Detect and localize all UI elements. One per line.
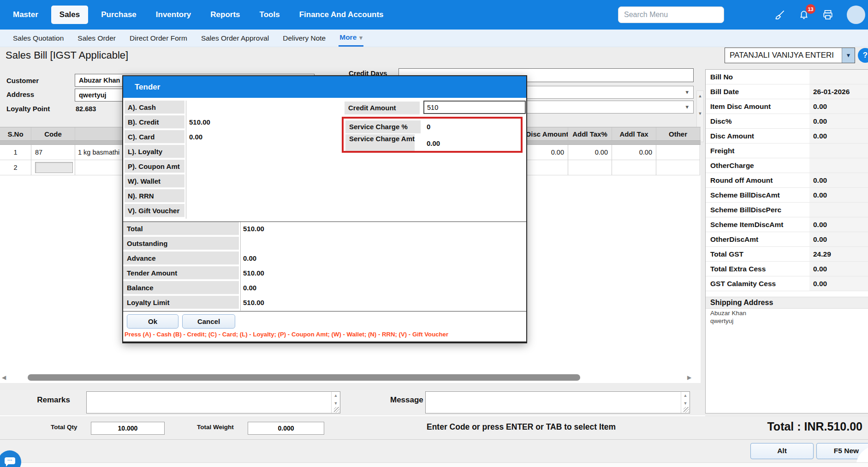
shipping-address-line: Abuzar Khan	[706, 309, 868, 317]
nav-item-tools[interactable]: Tools	[253, 6, 286, 24]
service-charge-pct-value[interactable]: 0	[427, 123, 430, 131]
cell-addl-tax[interactable]	[612, 160, 656, 175]
summary-value[interactable]	[809, 158, 868, 173]
remarks-textarea[interactable]: ▲ ▼	[86, 391, 340, 413]
col-header-disc-amount[interactable]: Disc Amount	[527, 127, 568, 140]
notifications-bell-icon[interactable]: 13	[797, 8, 811, 22]
message-textarea[interactable]: ▲ ▼	[425, 391, 690, 413]
summary-value[interactable]: 0.00	[809, 99, 868, 114]
scroll-down-icon[interactable]: ▼	[332, 401, 340, 406]
service-charge-highlight-box: Service Charge % 0 Service Charge Amt 0.…	[342, 117, 523, 153]
cell-other[interactable]	[656, 145, 700, 160]
subnav-direct-order-form[interactable]: Direct Order Form	[129, 30, 188, 46]
tender-shortcut-hint: Press (A) - Cash (B) - Credit; (C) - Car…	[125, 331, 448, 338]
tender-credit-label[interactable]: B). Credit	[125, 115, 184, 129]
help-icon[interactable]: ?	[858, 48, 868, 63]
scroll-up-icon[interactable]: ▲	[681, 393, 690, 398]
subnav-sales-quotation[interactable]: Sales Quotation	[12, 30, 65, 46]
cell-code-input[interactable]	[31, 160, 75, 175]
tender-wallet-label[interactable]: W). Wallet	[125, 174, 184, 188]
tender-balance-value: 0.00	[243, 284, 256, 292]
scroll-down-icon[interactable]: ▼	[697, 111, 703, 116]
summary-value[interactable]: 0.00	[809, 262, 868, 276]
tender-amount-label: Tender Amount	[123, 266, 239, 280]
summary-value[interactable]: 0.00	[809, 114, 868, 128]
alt-button[interactable]: Alt	[750, 443, 814, 459]
scroll-up-icon[interactable]: ▲	[332, 393, 340, 398]
cancel-button[interactable]: Cancel	[182, 314, 235, 329]
cell-addl-tax-pct[interactable]	[568, 160, 612, 175]
totals-bar: Total Qty Total Weight Enter Code or pre…	[0, 417, 868, 439]
summary-row: Item Disc Amount 0.00	[706, 99, 868, 114]
cell-addl-tax[interactable]: 0.00	[612, 145, 656, 160]
total-qty-input[interactable]	[91, 422, 165, 435]
cell-code[interactable]: 87	[31, 145, 75, 160]
select-arrow-icon[interactable]: ▼	[842, 48, 855, 63]
cell-disc-amount[interactable]	[527, 160, 568, 175]
subnav-sales-order-approval[interactable]: Sales Order Approval	[200, 30, 270, 46]
company-select[interactable]: PATANJALI VANIJYA ENTERI ▼	[725, 48, 855, 63]
tender-cash-label[interactable]: A). Cash	[125, 101, 184, 114]
scroll-down-icon[interactable]: ▼	[681, 401, 690, 406]
summary-value[interactable]: 0.00	[809, 217, 868, 232]
search-input[interactable]	[618, 6, 724, 23]
cell-disc-amount[interactable]: 0.00	[527, 145, 568, 160]
nav-item-sales[interactable]: Sales	[51, 6, 88, 24]
subnav-sales-order[interactable]: Sales Order	[77, 30, 117, 46]
col-header-other[interactable]: Other	[656, 127, 700, 140]
resize-grip-icon[interactable]	[334, 407, 339, 413]
credit-amount-input[interactable]	[423, 101, 526, 114]
code-entry-input[interactable]	[35, 162, 73, 173]
summary-value[interactable]: 0.00	[809, 129, 868, 143]
nav-item-finance[interactable]: Finance And Accounts	[293, 6, 390, 24]
menu-search	[618, 6, 724, 23]
summary-value[interactable]	[809, 144, 868, 158]
nav-item-master[interactable]: Master	[6, 6, 45, 24]
summary-value[interactable]: 0.00	[809, 188, 868, 202]
ok-button[interactable]: Ok	[127, 314, 178, 329]
tender-rrn-label[interactable]: N). RRN	[125, 189, 184, 203]
cell-other[interactable]	[656, 160, 700, 175]
tender-total-label: Total	[123, 222, 239, 236]
summary-value[interactable]	[809, 203, 868, 217]
company-select-value: PATANJALI VANIJYA ENTERI	[725, 48, 842, 63]
tender-card-label[interactable]: C). Card	[125, 130, 184, 144]
notification-badge: 13	[806, 4, 815, 14]
print-icon[interactable]	[821, 8, 835, 22]
summary-row: Round off Amount 0.00	[706, 173, 868, 188]
col-header-code[interactable]: Code	[31, 127, 75, 140]
summary-value[interactable]: 26-01-2026	[809, 84, 868, 99]
scroll-left-icon[interactable]: ◀	[2, 374, 6, 381]
resize-grip-icon[interactable]	[684, 407, 689, 413]
col-header-addl-tax[interactable]: Addl Tax	[612, 127, 656, 140]
summary-value[interactable]: 0.00	[809, 276, 868, 291]
summary-value[interactable]: 24.29	[809, 247, 868, 261]
nav-item-inventory[interactable]: Inventory	[149, 6, 198, 24]
tender-loyalty-label[interactable]: L). Loyalty	[125, 145, 184, 159]
summary-value[interactable]	[809, 70, 868, 84]
textarea-scroll-rail: ▲ ▼	[681, 392, 690, 413]
subnav-more[interactable]: More▾	[339, 30, 363, 47]
col-header-addl-tax-pct[interactable]: Addl Tax%	[568, 127, 612, 140]
summary-value[interactable]: 0.00	[809, 232, 868, 246]
chat-icon: ···	[5, 457, 15, 464]
tender-gift-voucher-label[interactable]: V). Gift Voucher	[125, 204, 184, 218]
tender-total-value: 510.00	[243, 225, 264, 233]
col-header-sno[interactable]: S.No	[0, 127, 31, 140]
summary-label: Scheme BillDiscAmt	[706, 188, 809, 202]
total-weight-input[interactable]	[248, 422, 324, 435]
scroll-up-icon[interactable]: ▲	[697, 94, 703, 98]
nav-item-purchase[interactable]: Purchase	[95, 6, 143, 24]
horizontal-scrollbar[interactable]: ◀ ▶	[0, 373, 701, 383]
service-charge-amt-value[interactable]: 0.00	[427, 139, 440, 147]
subnav-delivery-note[interactable]: Delivery Note	[282, 30, 327, 46]
brush-icon[interactable]	[773, 8, 787, 22]
tender-coupon-label[interactable]: P). Coupon Amt	[125, 160, 184, 174]
summary-value[interactable]: 0.00	[809, 173, 868, 187]
scroll-right-icon[interactable]: ▶	[687, 374, 691, 381]
cell-addl-tax-pct[interactable]: 0.00	[568, 145, 612, 160]
summary-row: OtherDiscAmt 0.00	[706, 232, 868, 247]
user-avatar[interactable]	[847, 6, 865, 24]
scrollbar-thumb[interactable]	[28, 374, 580, 381]
nav-item-reports[interactable]: Reports	[204, 6, 246, 24]
